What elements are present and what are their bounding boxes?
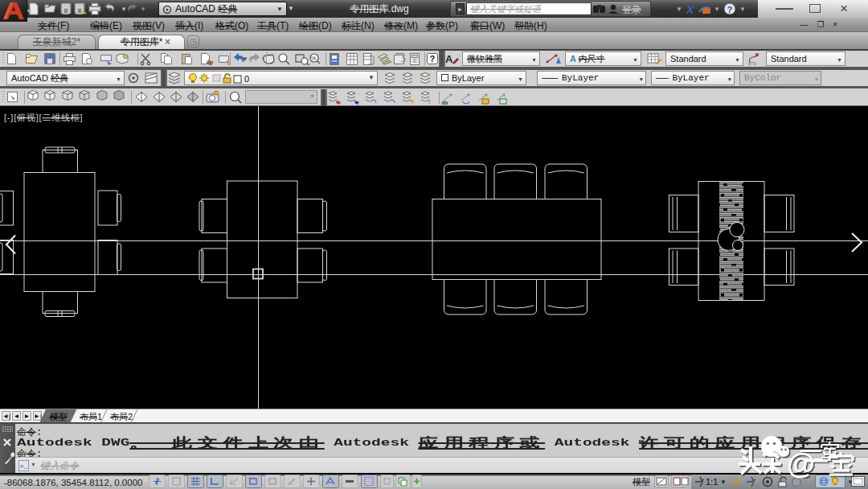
svg-text:▼: ▼ [714,6,720,13]
svg-text:▼: ▼ [720,479,727,486]
svg-text:▼: ▼ [739,6,746,13]
svg-text:↕: ↕ [428,98,431,105]
svg-text:?: ? [727,5,733,14]
svg-text:A: A [445,53,453,65]
svg-text:布局1: 布局1 [80,412,102,421]
svg-text:X: X [686,3,695,16]
svg-text:0: 0 [244,74,249,84]
svg-text:▼: ▼ [242,55,248,63]
svg-text:布局2: 布局2 [110,412,133,421]
svg-text:%: % [311,55,316,61]
svg-text:模型: 模型 [49,412,68,421]
svg-text:▼: ▼ [676,6,682,13]
svg-text:1:1: 1:1 [706,477,718,487]
svg-text:登录: 登录 [622,4,641,15]
svg-text:?: ? [430,54,436,64]
svg-text:[-][俯视][二维线框]: [-][俯视][二维线框] [4,113,83,122]
